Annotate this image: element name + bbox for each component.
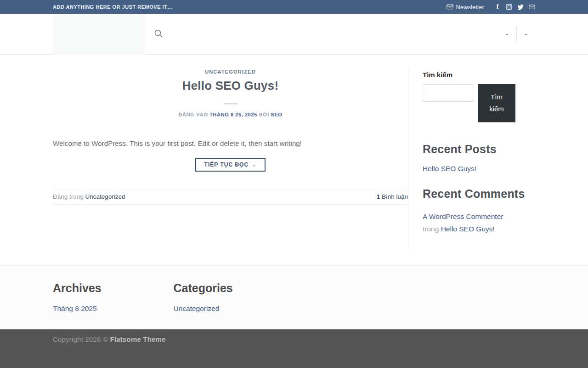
copyright-text: Copyright 2026 © Flatsome Theme	[53, 335, 535, 343]
archives-title: Archives	[53, 282, 174, 295]
recent-comment-item: A WordPress Commenter trong Hello SEO Gu…	[423, 210, 535, 235]
archives-widget: Archives Tháng 8 2025	[53, 282, 174, 313]
newsletter-link[interactable]: Newsletter	[447, 4, 484, 11]
categories-widget: Categories Uncategorized	[174, 282, 294, 313]
recent-posts-widget: Recent Posts Hello SEO Guys!	[423, 143, 535, 173]
posted-on-label: ĐĂNG VÀO	[178, 112, 208, 117]
instagram-icon[interactable]	[506, 4, 512, 10]
copyright-prefix: Copyright 2026 ©	[53, 335, 110, 343]
category-link[interactable]: Uncategorized	[174, 305, 220, 312]
newsletter-label: Newsletter	[456, 4, 484, 11]
archive-link[interactable]: Tháng 8 2025	[53, 305, 97, 312]
by-label: BỞI	[259, 112, 269, 117]
post-meta: ĐĂNG VÀO THÁNG 8 25, 2025 BỞI SEO	[53, 112, 408, 117]
recent-post-link[interactable]: Hello SEO Guys!	[423, 165, 476, 172]
posted-in: Đăng trong Uncategorized	[53, 193, 125, 200]
posted-in-label: Đăng trong	[53, 193, 84, 200]
sidebar: Tìm kiếm Tìm kiếm Recent Posts Hello SEO…	[408, 68, 535, 251]
comment-in-label: trong	[423, 225, 439, 233]
post-article: UNCATEGORIZED Hello SEO Guys! ĐĂNG VÀO T…	[53, 55, 408, 205]
post-excerpt: Welcome to WordPress. This is your first…	[53, 139, 408, 147]
comments-link[interactable]: 1 Bình luận	[377, 193, 408, 200]
entry-footer: Đăng trong Uncategorized 1 Bình luận	[53, 189, 408, 205]
read-more-button[interactable]: TIẾP TỤC ĐỌC →	[195, 158, 266, 172]
topbar-message: ADD ANYTHING HERE OR JUST REMOVE IT…	[53, 4, 173, 10]
sidebar-search-input[interactable]	[423, 84, 473, 102]
social-icons: f	[494, 4, 535, 10]
footer-widgets: Archives Tháng 8 2025 Categories Uncateg…	[0, 265, 588, 329]
comment-author-link[interactable]: A WordPress Commenter	[423, 213, 503, 220]
search-icon	[154, 29, 163, 40]
comment-post-link[interactable]: Hello SEO Guys!	[441, 225, 495, 233]
menu-item-1[interactable]: -	[498, 31, 516, 38]
sidebar-search-button[interactable]: Tìm kiếm	[478, 84, 515, 122]
post-title: Hello SEO Guys!	[53, 79, 408, 93]
title-divider	[224, 103, 237, 104]
posted-in-category-link[interactable]: Uncategorized	[85, 193, 125, 200]
top-bar: ADD ANYTHING HERE OR JUST REMOVE IT… New…	[0, 0, 588, 14]
copyright-bar: Copyright 2026 © Flatsome Theme	[0, 329, 588, 368]
list-item: Hello SEO Guys!	[423, 165, 535, 173]
comments-count: 1	[377, 193, 380, 200]
post-category-link[interactable]: UNCATEGORIZED	[53, 69, 408, 75]
categories-title: Categories	[174, 282, 294, 295]
twitter-icon[interactable]	[517, 4, 524, 10]
facebook-icon[interactable]: f	[494, 4, 501, 10]
sidebar-search-label: Tìm kiếm	[423, 71, 535, 79]
site-header: - -	[0, 14, 588, 55]
header-menu: - -	[498, 14, 535, 55]
site-logo[interactable]	[53, 14, 145, 55]
recent-posts-title: Recent Posts	[423, 143, 535, 156]
menu-item-2[interactable]: -	[517, 31, 535, 38]
search-toggle-button[interactable]	[154, 29, 163, 40]
recent-comments-widget: Recent Comments A WordPress Commenter tr…	[423, 187, 535, 235]
comments-label: Bình luận	[382, 193, 408, 200]
newsletter-envelope-icon	[447, 4, 453, 10]
email-icon[interactable]	[529, 4, 535, 10]
post-author-link[interactable]: SEO	[271, 112, 282, 117]
list-item: Tháng 8 2025	[53, 305, 174, 313]
post-date-link[interactable]: THÁNG 8 25, 2025	[209, 112, 257, 117]
recent-comments-title: Recent Comments	[423, 187, 535, 201]
list-item: Uncategorized	[174, 305, 294, 313]
main-content: UNCATEGORIZED Hello SEO Guys! ĐĂNG VÀO T…	[0, 55, 588, 265]
theme-brand: Flatsome Theme	[110, 335, 166, 343]
